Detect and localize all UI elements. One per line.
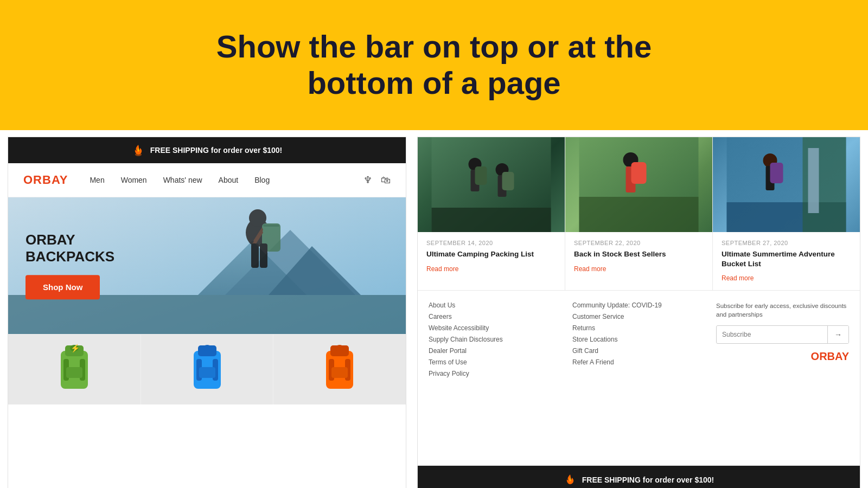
blog-image-3: [713, 137, 860, 232]
svg-rect-50: [770, 163, 783, 183]
backpack-green: ⚡: [55, 340, 93, 400]
read-more-3[interactable]: Read more: [722, 274, 754, 282]
backpack-orange: [321, 340, 359, 400]
footer-links: About Us Careers Website Accessibility S…: [418, 291, 860, 466]
svg-rect-11: [260, 243, 267, 268]
svg-rect-32: [432, 208, 551, 232]
nav-women[interactable]: Women: [121, 176, 147, 184]
backpack-blue: [188, 340, 226, 400]
svg-rect-47: [808, 148, 819, 213]
svg-rect-43: [631, 162, 647, 184]
nav-bar: ORBAY Men Women Whats' new About Blog ♆ …: [8, 163, 406, 197]
footer-link-covid[interactable]: Community Update: COVID-19: [572, 301, 705, 309]
blog-image-2: [565, 137, 712, 232]
product-thumb-2[interactable]: [141, 335, 274, 404]
blog-image-1: [418, 137, 565, 232]
footer-link-dealer[interactable]: Dealer Portal: [429, 347, 561, 355]
nav-links: Men Women Whats' new About Blog: [90, 176, 363, 184]
svg-rect-16: [66, 367, 82, 378]
blog-post-2: SEPTEMBER 22, 2020 Back in Stock Best Se…: [565, 137, 713, 290]
footer-col-2: Community Update: COVID-19 Customer Serv…: [572, 301, 705, 457]
footer-link-privacy[interactable]: Privacy Policy: [429, 370, 561, 377]
nav-whats-new[interactable]: Whats' new: [163, 176, 202, 184]
svg-rect-5: [8, 295, 406, 334]
svg-rect-35: [475, 166, 487, 185]
svg-text:⚡: ⚡: [71, 344, 80, 353]
hero-title: ORBAY BACKPACKS: [25, 232, 114, 265]
blog-post-2-content: SEPTEMBER 22, 2020 Back in Stock Best Se…: [565, 232, 712, 281]
blog-date-2: SEPTEMBER 22, 2020: [574, 240, 704, 246]
svg-point-24: [203, 345, 212, 351]
hero-section: ORBAY BACKPACKS Shop Now: [8, 197, 406, 334]
read-more-2[interactable]: Read more: [574, 265, 606, 273]
flame-icon: [132, 144, 145, 157]
top-banner: Show the bar on top or at the bottom of …: [0, 0, 868, 130]
blog-post-1: SEPTEMBER 14, 2020 Ultimate Camping Pack…: [418, 137, 565, 290]
read-more-1[interactable]: Read more: [426, 265, 458, 273]
blog-post-3-content: SEPTEMBER 27, 2020 Ultimate Summertime A…: [713, 232, 860, 290]
footer-link-refer[interactable]: Refer A Friend: [572, 358, 705, 366]
shipping-bar-text: FREE SHIPPING for order over $100!: [150, 146, 283, 155]
bottom-shipping-bar: FREE SHIPPING for order over $100!: [418, 466, 860, 488]
shop-now-button[interactable]: Shop Now: [25, 275, 100, 300]
blog-title-3: Ultimate Summertime Adventure Bucket Lis…: [722, 249, 851, 268]
product-thumb-1[interactable]: ⚡: [8, 335, 141, 404]
product-thumb-3[interactable]: [273, 335, 406, 404]
hero-text-block: ORBAY BACKPACKS Shop Now: [25, 232, 114, 299]
nav-blog[interactable]: Blog: [254, 176, 270, 184]
blog-post-1-content: SEPTEMBER 14, 2020 Ultimate Camping Pack…: [418, 232, 565, 281]
svg-rect-23: [199, 367, 215, 378]
nav-icons: ♆ 🛍: [363, 174, 391, 186]
blog-title-2: Back in Stock Best Sellers: [574, 249, 704, 259]
subscribe-button[interactable]: →: [827, 326, 848, 343]
footer-link-store-locations[interactable]: Store Locations: [572, 336, 705, 343]
right-panel: SEPTEMBER 14, 2020 Ultimate Camping Pack…: [417, 137, 860, 488]
cart-icon[interactable]: 🛍: [381, 175, 391, 186]
footer-subscribe-col: Subscribe for early access, exclusive di…: [716, 301, 849, 457]
blog-title-1: Ultimate Camping Packing List: [426, 249, 556, 259]
svg-rect-38: [502, 172, 514, 190]
footer-link-accessibility[interactable]: Website Accessibility: [429, 324, 561, 332]
top-shipping-bar: FREE SHIPPING for order over $100!: [8, 137, 406, 163]
blog-post-3: SEPTEMBER 27, 2020 Ultimate Summertime A…: [713, 137, 860, 290]
main-content: FREE SHIPPING for order over $100! ORBAY…: [0, 130, 868, 488]
nav-men[interactable]: Men: [90, 176, 104, 184]
footer-col-1: About Us Careers Website Accessibility S…: [429, 301, 561, 457]
footer-link-careers[interactable]: Careers: [429, 313, 561, 320]
footer-logo: ORBAY: [716, 350, 849, 363]
footer-link-gift-card[interactable]: Gift Card: [572, 347, 705, 355]
user-icon[interactable]: ♆: [363, 174, 372, 186]
blog-date-1: SEPTEMBER 14, 2020: [426, 240, 556, 246]
subscribe-input[interactable]: [717, 326, 827, 343]
subscribe-description: Subscribe for early access, exclusive di…: [716, 301, 849, 319]
subscribe-form: →: [716, 325, 849, 344]
footer-link-customer-service[interactable]: Customer Service: [572, 313, 705, 320]
blog-date-3: SEPTEMBER 27, 2020: [722, 240, 851, 246]
footer-link-about-us[interactable]: About Us: [429, 301, 561, 309]
bottom-flame-icon: [564, 473, 577, 486]
nav-about[interactable]: About: [219, 176, 239, 184]
bottom-shipping-bar-text: FREE SHIPPING for order over $100!: [582, 476, 714, 484]
banner-headline: Show the bar on top or at the bottom of …: [216, 29, 652, 101]
svg-rect-29: [331, 367, 348, 378]
left-panel: FREE SHIPPING for order over $100! ORBAY…: [8, 137, 406, 488]
footer-link-terms[interactable]: Terms of Use: [429, 358, 561, 366]
svg-rect-9: [263, 224, 279, 227]
footer-link-returns[interactable]: Returns: [572, 324, 705, 332]
product-row: ⚡: [8, 334, 406, 404]
blog-posts-row: SEPTEMBER 14, 2020 Ultimate Camping Pack…: [418, 137, 860, 291]
svg-rect-40: [579, 197, 699, 232]
nav-logo: ORBAY: [23, 173, 68, 187]
svg-rect-10: [251, 243, 259, 268]
footer-link-supply-chain[interactable]: Supply Chain Disclosures: [429, 336, 561, 343]
svg-point-30: [335, 345, 344, 351]
